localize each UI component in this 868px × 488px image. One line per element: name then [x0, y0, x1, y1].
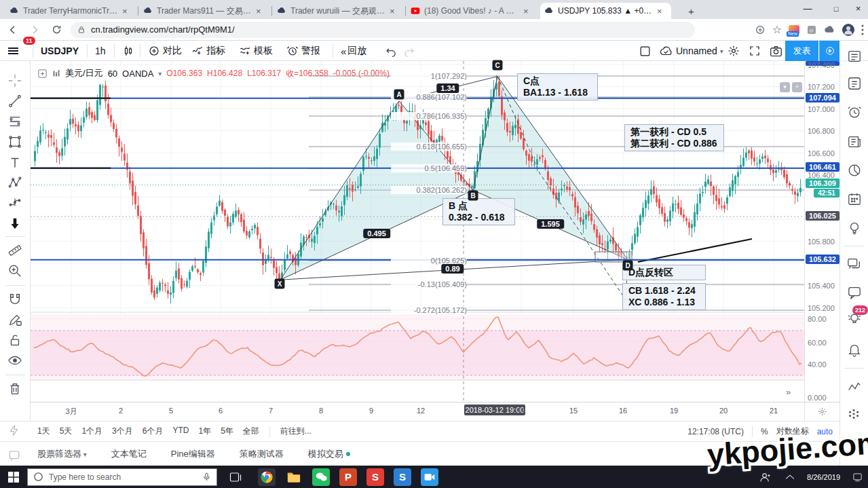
new-tab-button[interactable]: + [684, 3, 702, 19]
legend-symbol[interactable]: 美元/日元 [65, 67, 103, 79]
tray-chevron-icon[interactable] [785, 474, 795, 480]
price-axis[interactable]: 107.400107.200107.000106.800106.600106.4… [804, 61, 839, 421]
news-icon[interactable] [847, 134, 862, 149]
range-button[interactable]: 1天 [37, 426, 50, 437]
bell-icon[interactable] [847, 342, 862, 357]
publish-video-button[interactable] [819, 41, 839, 61]
trend-line-icon[interactable] [7, 94, 22, 109]
main-menu-icon[interactable]: 11 [8, 41, 18, 61]
chrome-taskbar-icon[interactable] [258, 468, 276, 486]
compare-button[interactable]: 对比 [148, 41, 182, 61]
notifications-bulb-icon[interactable]: 212 [847, 311, 862, 326]
legend-plus-icon[interactable] [37, 69, 48, 79]
profit-targets-callout[interactable]: 第一获利 - CD 0.5第二获利 - CD 0.886 [624, 124, 724, 151]
fib-retracement-icon[interactable] [7, 114, 22, 129]
tab-close-icon[interactable]: × [256, 6, 261, 16]
cloud-save-button[interactable]: Unnamed▾ [660, 41, 723, 61]
code-extension-icon[interactable]: (/) [806, 24, 817, 35]
new-extension-icon[interactable]: New [789, 25, 799, 35]
clock-utc[interactable]: 12:17:08 (UTC) [687, 427, 744, 436]
publish-button[interactable]: 发表 [785, 41, 818, 61]
window-minimize-button[interactable]: — [794, 0, 821, 19]
drawing-lock-icon[interactable] [7, 312, 22, 327]
panel-tab[interactable]: 文本笔记 [111, 448, 147, 460]
line-add-icon[interactable]: + [792, 82, 802, 92]
d-point-values-callout[interactable]: CB 1.618 - 2.24XC 0.886 - 1.13 [622, 283, 706, 310]
panel-tab[interactable]: Pine编辑器 [171, 448, 215, 460]
file-explorer-icon[interactable] [285, 468, 303, 486]
browser-tab[interactable]: Trader TerryHarmonicTrading —× [5, 3, 136, 19]
indicators-button[interactable]: 指标 [191, 41, 225, 61]
ideas-bulb-icon[interactable] [847, 221, 862, 236]
range-button[interactable]: 3个月 [112, 426, 133, 437]
c-point-callout[interactable]: C点BA1.13 - 1.618 [517, 73, 598, 100]
legend-exchange[interactable]: OANDA [122, 69, 153, 79]
fullscreen-icon[interactable] [749, 41, 761, 61]
range-button[interactable]: 全部 [243, 426, 259, 437]
panel-tab[interactable]: 策略测试器 [240, 448, 284, 460]
remove-drawings-trash-icon[interactable] [7, 381, 22, 396]
help-chat-icon[interactable] [8, 449, 20, 462]
magnet-icon[interactable] [7, 292, 22, 307]
range-button[interactable]: 1年 [198, 426, 211, 437]
range-button[interactable]: 5天 [60, 426, 73, 437]
screen-recorder-icon[interactable] [421, 468, 438, 486]
zoom-in-icon[interactable] [7, 263, 22, 278]
crosshair-icon[interactable] [7, 73, 22, 88]
snapshot-camera-icon[interactable] [770, 41, 782, 61]
tab-close-icon[interactable]: × [122, 6, 128, 16]
window-restore-button[interactable]: □ [823, 0, 850, 19]
taskbar-search-input[interactable]: Type here to search [27, 468, 217, 486]
browser-profile-avatar[interactable] [842, 24, 854, 36]
screener-dots-icon[interactable] [847, 407, 862, 422]
target-extension-icon[interactable] [755, 24, 766, 35]
tab-close-icon[interactable]: × [657, 6, 662, 16]
alerts-button[interactable]: 警报 [286, 41, 320, 61]
alert-manager-clock-icon[interactable] [847, 105, 862, 119]
watchlist-icon[interactable] [847, 76, 862, 91]
panel-tab[interactable]: 模拟交易 [308, 448, 350, 460]
panel-tab[interactable]: 股票筛选器 ▾ [37, 448, 87, 460]
tab-close-icon[interactable]: × [390, 6, 395, 16]
line-alert-down-icon[interactable]: ▾ [780, 82, 790, 92]
legend-interval[interactable]: 60 [108, 69, 117, 79]
arrow-mark-icon[interactable] [7, 216, 22, 231]
browser-tab[interactable]: Trader wuruili — 交易观点与图× [273, 3, 404, 19]
text-tool-icon[interactable] [7, 155, 22, 170]
browser-tab[interactable]: Trader Mars911 — 交易观点与图× [139, 3, 270, 19]
time-axis[interactable]: 2018-03-12 19:00 3月25678912141516192021 [31, 402, 804, 421]
range-button[interactable]: 6个月 [143, 426, 164, 437]
powerpoint-icon[interactable]: P [339, 468, 357, 486]
action-center-icon[interactable] [852, 472, 863, 482]
private-chat-icon[interactable] [847, 285, 862, 300]
public-chat-icon[interactable] [847, 257, 862, 271]
people-icon[interactable] [759, 472, 773, 483]
symbol-button[interactable]: USDJPY [41, 41, 79, 61]
lock-all-icon[interactable] [7, 333, 22, 348]
xabcd-pattern-icon[interactable] [7, 175, 22, 190]
b-point-callout[interactable]: B 点0.382 - 0.618 [442, 198, 515, 225]
layout-select-button[interactable] [639, 41, 652, 61]
goto-date-button[interactable]: 前往到... [280, 426, 312, 437]
scripts-zigzag-icon[interactable] [847, 380, 862, 395]
browser-tab[interactable]: (18) Good Vibes! ♪ - A Happy× [407, 3, 537, 19]
quick-flash-icon[interactable] [8, 424, 20, 436]
browser-menu-icon[interactable] [861, 24, 864, 35]
microphone-icon[interactable] [202, 472, 211, 482]
wechat-icon[interactable] [312, 468, 330, 486]
object-tree-icon[interactable] [847, 49, 862, 64]
reload-icon[interactable] [48, 21, 65, 39]
redo-icon[interactable] [403, 41, 415, 61]
url-input[interactable]: cn.tradingview.com/chart/rpQtM9M1/ [71, 22, 695, 38]
chart-settings-gear-icon[interactable] [728, 41, 740, 61]
range-button[interactable]: YTD [172, 426, 189, 437]
replay-button[interactable]: «回放 [341, 41, 366, 61]
hide-drawings-eye-icon[interactable] [7, 353, 22, 368]
back-icon[interactable] [4, 21, 22, 39]
axis-settings-gear-icon[interactable] [817, 407, 827, 417]
browser-tab[interactable]: USDJPY 105.833 ▲ +0.41% Unna× [540, 3, 671, 19]
hotlist-pie-icon[interactable] [847, 163, 862, 178]
cloud-extension-icon[interactable] [824, 25, 835, 34]
forward-icon[interactable] [26, 21, 43, 39]
task-view-icon[interactable] [227, 468, 244, 486]
